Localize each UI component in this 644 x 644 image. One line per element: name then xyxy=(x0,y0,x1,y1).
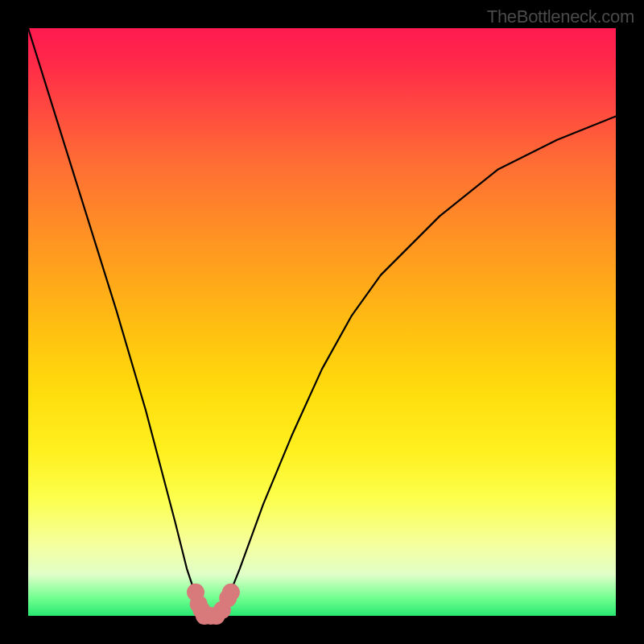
bottleneck-curve xyxy=(28,28,616,616)
attribution-watermark: TheBottleneck.com xyxy=(487,6,634,27)
chart-container: TheBottleneck.com xyxy=(0,0,644,644)
bottleneck-curve-svg xyxy=(0,0,644,644)
curve-marker xyxy=(222,584,240,601)
